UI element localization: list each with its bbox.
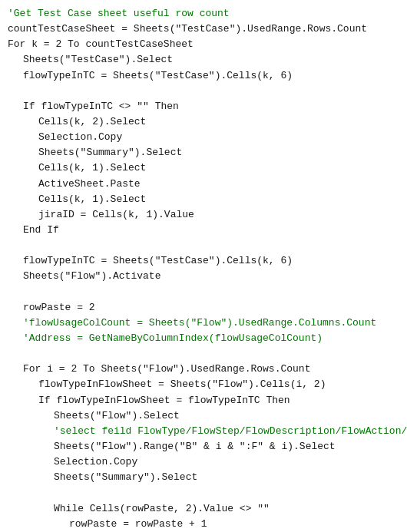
code-line: Sheets("Flow").Activate bbox=[8, 269, 399, 284]
code-line: jiraID = Cells(k, 1).Value bbox=[8, 207, 399, 223]
code-line: If flowTypeInFlowSheet = flowTypeInTC Th… bbox=[8, 393, 399, 408]
code-line: countTestCaseSheet = Sheets("TestCase").… bbox=[8, 21, 399, 37]
code-line: ActiveSheet.Paste bbox=[8, 177, 399, 192]
code-block: 'Get Test Case sheet useful row countcou… bbox=[0, 0, 407, 532]
code-line: Cells(k, 1).Select bbox=[8, 192, 399, 207]
code-line: 'flowUsageColCount = Sheets("Flow").Used… bbox=[8, 316, 399, 331]
code-line: For k = 2 To countTestCaseSheet bbox=[8, 37, 399, 52]
code-line: If flowTypeInTC <> "" Then bbox=[8, 99, 399, 114]
code-line: For i = 2 To Sheets("Flow").UsedRange.Ro… bbox=[8, 362, 399, 377]
code-line: 'Address = GetNameByColumnIndex(flowUsag… bbox=[8, 331, 399, 346]
code-line: 'Get Test Case sheet useful row count bbox=[8, 6, 399, 21]
code-line: Sheets("Summary").Select bbox=[8, 470, 399, 485]
code-line: flowTypeInFlowSheet = Sheets("Flow").Cel… bbox=[8, 377, 399, 392]
code-line: Sheets("Summary").Select bbox=[8, 145, 399, 160]
code-line: While Cells(rowPaste, 2).Value <> "" bbox=[8, 501, 399, 517]
code-line: rowPaste = 2 bbox=[8, 300, 399, 316]
code-line: flowTypeInTC = Sheets("TestCase").Cells(… bbox=[8, 253, 399, 269]
code-line: 'select feild FlowType/FlowStep/FlowDesc… bbox=[8, 424, 399, 439]
code-line: rowPaste = rowPaste + 1 bbox=[8, 517, 399, 532]
code-line: flowTypeInTC = Sheets("TestCase").Cells(… bbox=[8, 68, 399, 84]
code-line: Selection.Copy bbox=[8, 454, 399, 470]
code-line: End If bbox=[8, 223, 399, 238]
code-line: Sheets("Flow").Range("B" & i & ":F" & i)… bbox=[8, 439, 399, 454]
code-line: Cells(k, 1).Select bbox=[8, 160, 399, 176]
code-line: Sheets("TestCase").Select bbox=[8, 52, 399, 68]
code-line: Sheets("Flow").Select bbox=[8, 408, 399, 424]
code-line: Cells(k, 2).Select bbox=[8, 114, 399, 130]
code-line: Selection.Copy bbox=[8, 130, 399, 145]
